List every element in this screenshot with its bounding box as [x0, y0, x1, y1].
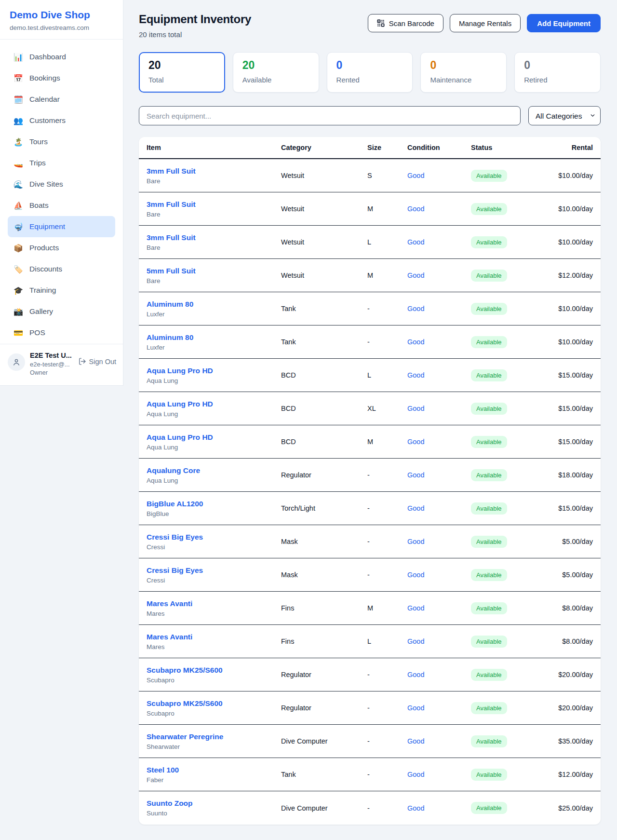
- table-row: Aqualung Core Aqua Lung Regulator - Good…: [139, 459, 601, 492]
- item-cell: Scubapro MK25/S600 Scubapro: [147, 699, 281, 717]
- item-name-link[interactable]: Cressi Big Eyes: [147, 566, 281, 575]
- condition-link[interactable]: Good: [407, 804, 424, 812]
- condition-link[interactable]: Good: [407, 571, 424, 579]
- status-badge: Available: [471, 403, 507, 415]
- people-icon: 👥: [13, 116, 23, 125]
- search-input[interactable]: [139, 106, 521, 125]
- item-name-link[interactable]: Aluminum 80: [147, 300, 281, 309]
- sign-out-button[interactable]: Sign Out: [78, 357, 116, 366]
- sidebar-item-equipment[interactable]: 🤿 Equipment: [8, 216, 115, 237]
- rental-cell: $8.00/day: [547, 604, 593, 612]
- condition-link[interactable]: Good: [407, 671, 424, 678]
- size-cell: M: [367, 438, 407, 446]
- status-cell: Available: [471, 203, 547, 215]
- sidebar-item-boats[interactable]: ⛵ Boats: [8, 195, 115, 216]
- stat-card[interactable]: 0 Rented: [327, 52, 413, 93]
- category-cell: Regulator: [281, 704, 367, 712]
- condition-link[interactable]: Good: [407, 338, 424, 346]
- item-name-link[interactable]: Mares Avanti: [147, 599, 281, 608]
- status-cell: Available: [471, 270, 547, 282]
- item-name-link[interactable]: Scubapro MK25/S600: [147, 699, 281, 708]
- condition-cell: Good: [407, 804, 471, 813]
- condition-link[interactable]: Good: [407, 371, 424, 379]
- item-name-link[interactable]: 5mm Full Suit: [147, 267, 281, 275]
- status-cell: Available: [471, 369, 547, 381]
- condition-link[interactable]: Good: [407, 405, 424, 412]
- sidebar-item-customers[interactable]: 👥 Customers: [8, 110, 115, 131]
- condition-link[interactable]: Good: [407, 771, 424, 778]
- rental-cell: $10.00/day: [547, 172, 593, 179]
- item-name-link[interactable]: 3mm Full Suit: [147, 200, 281, 209]
- page-header-text: Equipment Inventory 20 items total: [139, 13, 251, 39]
- item-name-link[interactable]: Aqualung Core: [147, 466, 281, 475]
- condition-link[interactable]: Good: [407, 704, 424, 712]
- condition-link[interactable]: Good: [407, 438, 424, 446]
- sidebar-item-label: Dashboard: [29, 53, 66, 61]
- item-name-link[interactable]: Aqua Lung Pro HD: [147, 433, 281, 442]
- sidebar-item-trips[interactable]: 🚤 Trips: [8, 152, 115, 174]
- condition-link[interactable]: Good: [407, 205, 424, 213]
- category-cell: Wetsuit: [281, 238, 367, 246]
- category-cell: Mask: [281, 538, 367, 545]
- item-name-link[interactable]: 3mm Full Suit: [147, 233, 281, 242]
- table-row: Suunto Zoop Suunto Dive Computer - Good …: [139, 791, 601, 825]
- island-icon: 🏝️: [13, 137, 23, 147]
- item-brand: Mares: [147, 643, 281, 650]
- stat-card[interactable]: 20 Total: [139, 52, 225, 93]
- item-name-link[interactable]: Aluminum 80: [147, 333, 281, 342]
- stat-card[interactable]: 0 Maintenance: [420, 52, 507, 93]
- category-select[interactable]: All Categories: [528, 106, 601, 125]
- sidebar-item-training[interactable]: 🎓 Training: [8, 280, 115, 301]
- condition-link[interactable]: Good: [407, 737, 424, 745]
- condition-link[interactable]: Good: [407, 471, 424, 479]
- item-name-link[interactable]: Aqua Lung Pro HD: [147, 366, 281, 375]
- sidebar-item-dive-sites[interactable]: 🌊 Dive Sites: [8, 174, 115, 195]
- item-name-link[interactable]: Suunto Zoop: [147, 799, 281, 808]
- size-cell: L: [367, 637, 407, 645]
- condition-link[interactable]: Good: [407, 305, 424, 312]
- sidebar-item-dashboard[interactable]: 📊 Dashboard: [8, 46, 115, 68]
- column-header-size: Size: [367, 144, 407, 151]
- stat-card[interactable]: 0 Retired: [514, 52, 601, 93]
- sidebar-item-calendar[interactable]: 🗓️ Calendar: [8, 89, 115, 110]
- status-cell: Available: [471, 403, 547, 415]
- condition-link[interactable]: Good: [407, 271, 424, 279]
- sidebar-item-products[interactable]: 📦 Products: [8, 237, 115, 258]
- add-equipment-button[interactable]: Add Equipment: [527, 14, 601, 32]
- sidebar-item-discounts[interactable]: 🏷️ Discounts: [8, 258, 115, 280]
- item-cell: Cressi Big Eyes Cressi: [147, 566, 281, 584]
- condition-link[interactable]: Good: [407, 637, 424, 645]
- item-name-link[interactable]: Aqua Lung Pro HD: [147, 400, 281, 408]
- condition-link[interactable]: Good: [407, 604, 424, 612]
- item-brand: Cressi: [147, 577, 281, 584]
- item-name-link[interactable]: Scubapro MK25/S600: [147, 666, 281, 675]
- page-title: Equipment Inventory: [139, 13, 251, 26]
- item-name-link[interactable]: 3mm Full Suit: [147, 167, 281, 176]
- sidebar-item-bookings[interactable]: 📅 Bookings: [8, 68, 115, 89]
- condition-link[interactable]: Good: [407, 172, 424, 179]
- sidebar-item-gallery[interactable]: 📸 Gallery: [8, 301, 115, 322]
- sidebar-nav: 📊 Dashboard 📅 Bookings 🗓️ Calendar 👥 Cus…: [0, 40, 123, 343]
- sidebar: Demo Dive Shop demo.test.divestreams.com…: [0, 0, 123, 386]
- status-cell: Available: [471, 735, 547, 747]
- status-cell: Available: [471, 303, 547, 315]
- status-badge: Available: [471, 769, 507, 781]
- item-brand: Aqua Lung: [147, 444, 281, 451]
- rental-cell: $18.00/day: [547, 471, 593, 479]
- item-name-link[interactable]: BigBlue AL1200: [147, 500, 281, 508]
- user-name: E2E Test U...: [30, 352, 73, 359]
- condition-cell: Good: [407, 570, 471, 579]
- condition-link[interactable]: Good: [407, 538, 424, 545]
- item-name-link[interactable]: Cressi Big Eyes: [147, 533, 281, 542]
- sidebar-item-pos[interactable]: 💳 POS: [8, 322, 115, 343]
- item-name-link[interactable]: Steel 100: [147, 766, 281, 774]
- item-name-link[interactable]: Shearwater Peregrine: [147, 732, 281, 741]
- manage-rentals-button[interactable]: Manage Rentals: [450, 14, 521, 32]
- condition-link[interactable]: Good: [407, 504, 424, 512]
- stat-label: Available: [242, 76, 309, 84]
- item-name-link[interactable]: Mares Avanti: [147, 633, 281, 641]
- scan-barcode-button[interactable]: Scan Barcode: [368, 14, 443, 32]
- stat-card[interactable]: 20 Available: [233, 52, 319, 93]
- condition-link[interactable]: Good: [407, 238, 424, 246]
- sidebar-item-tours[interactable]: 🏝️ Tours: [8, 131, 115, 152]
